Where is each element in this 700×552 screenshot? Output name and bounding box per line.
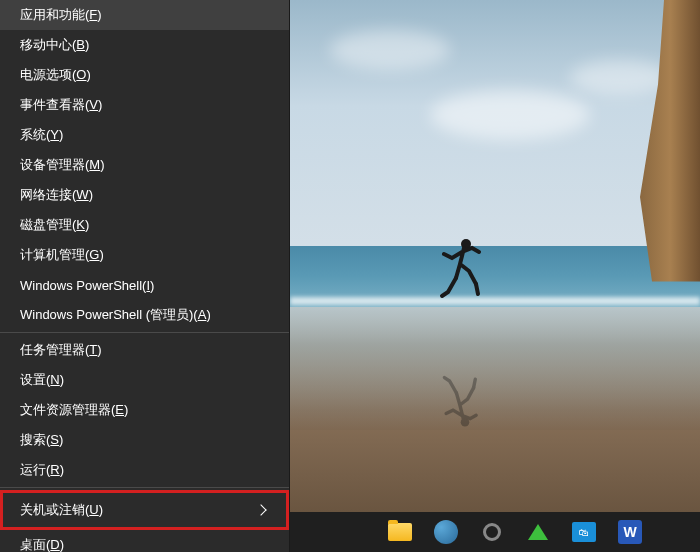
menu-system[interactable]: 系统(Y)	[0, 120, 289, 150]
menu-search[interactable]: 搜索(S)	[0, 425, 289, 455]
menu-item-label: 桌面(D)	[20, 536, 64, 552]
menu-power-options[interactable]: 电源选项(O)	[0, 60, 289, 90]
wallpaper-sky	[290, 0, 700, 266]
menu-powershell[interactable]: Windows PowerShell(I)	[0, 270, 289, 300]
menu-item-label: Windows PowerShell(I)	[20, 278, 154, 293]
menu-item-label: 文件资源管理器(E)	[20, 401, 128, 419]
menu-item-label: 设置(N)	[20, 371, 64, 389]
menu-item-label: 磁盘管理(K)	[20, 216, 89, 234]
menu-device-manager[interactable]: 设备管理器(M)	[0, 150, 289, 180]
taskbar-settings[interactable]	[470, 512, 514, 552]
taskbar-app-blue[interactable]	[424, 512, 468, 552]
menu-item-label: 事件查看器(V)	[20, 96, 102, 114]
menu-shutdown-signout[interactable]: 关机或注销(U)	[0, 490, 289, 530]
menu-run[interactable]: 运行(R)	[0, 455, 289, 485]
chevron-right-icon	[255, 504, 266, 515]
menu-item-label: 计算机管理(G)	[20, 246, 104, 264]
menu-item-label: 电源选项(O)	[20, 66, 91, 84]
menu-apps-features[interactable]: 应用和功能(F)	[0, 0, 289, 30]
menu-item-label: 移动中心(B)	[20, 36, 89, 54]
wallpaper-beach	[290, 307, 700, 512]
taskbar-file-explorer[interactable]	[378, 512, 422, 552]
menu-item-label: 网络连接(W)	[20, 186, 93, 204]
menu-powershell-admin[interactable]: Windows PowerShell (管理员)(A)	[0, 300, 289, 330]
menu-task-manager[interactable]: 任务管理器(T)	[0, 335, 289, 365]
menu-desktop[interactable]: 桌面(D)	[0, 530, 289, 552]
taskbar-upload[interactable]	[516, 512, 560, 552]
menu-network-connections[interactable]: 网络连接(W)	[0, 180, 289, 210]
store-icon: 🛍	[572, 522, 596, 542]
menu-item-label: 系统(Y)	[20, 126, 63, 144]
menu-mobility-center[interactable]: 移动中心(B)	[0, 30, 289, 60]
menu-item-label: 应用和功能(F)	[20, 6, 102, 24]
arrow-up-icon	[528, 524, 548, 540]
menu-item-label: 关机或注销(U)	[20, 501, 103, 519]
word-icon: W	[618, 520, 642, 544]
menu-divider	[0, 487, 289, 488]
taskbar-word[interactable]: W	[608, 512, 652, 552]
menu-item-label: Windows PowerShell (管理员)(A)	[20, 306, 211, 324]
taskbar: 🛍W	[290, 512, 700, 552]
menu-event-viewer[interactable]: 事件查看器(V)	[0, 90, 289, 120]
folder-icon	[388, 523, 412, 541]
menu-file-explorer[interactable]: 文件资源管理器(E)	[0, 395, 289, 425]
taskbar-store[interactable]: 🛍	[562, 512, 606, 552]
menu-computer-management[interactable]: 计算机管理(G)	[0, 240, 289, 270]
app-icon	[434, 520, 458, 544]
menu-item-label: 设备管理器(M)	[20, 156, 105, 174]
menu-item-label: 搜索(S)	[20, 431, 63, 449]
winx-context-menu: 应用和功能(F)移动中心(B)电源选项(O)事件查看器(V)系统(Y)设备管理器…	[0, 0, 290, 552]
menu-divider	[0, 332, 289, 333]
wallpaper-runner-reflection	[434, 369, 484, 429]
gear-icon	[480, 520, 504, 544]
menu-disk-management[interactable]: 磁盘管理(K)	[0, 210, 289, 240]
menu-settings[interactable]: 设置(N)	[0, 365, 289, 395]
menu-item-label: 运行(R)	[20, 461, 64, 479]
desktop-wallpaper	[290, 0, 700, 512]
wallpaper-runner	[434, 236, 484, 306]
menu-item-label: 任务管理器(T)	[20, 341, 102, 359]
